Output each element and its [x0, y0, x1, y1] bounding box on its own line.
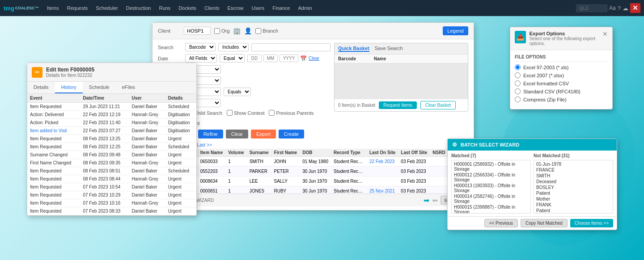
- copy-not-matched-button[interactable]: Copy Not Matched: [521, 219, 568, 227]
- export-radio-4[interactable]: [515, 88, 521, 94]
- nav-escrow[interactable]: Escrow: [225, 4, 246, 12]
- date-field-select[interactable]: All Fields: [185, 54, 217, 63]
- branch-checkbox-label[interactable]: Branch: [255, 28, 278, 34]
- qb-tab-save[interactable]: Save Search: [375, 46, 403, 52]
- row-last-on: [367, 176, 398, 186]
- tab-history[interactable]: History: [55, 82, 83, 93]
- quick-basket-tabs: Quick Basket Save Search: [335, 43, 468, 55]
- history-details: Digitisation: [165, 111, 196, 119]
- export-radio-1[interactable]: [515, 64, 521, 70]
- quick-basket-panel: Quick Basket Save Search Barcode Name 0 …: [334, 43, 468, 138]
- date-mm[interactable]: [263, 55, 278, 62]
- history-details: Scheduled: [165, 143, 196, 151]
- history-row: Item Requested 07 Feb 2023 10:29 Daniel …: [27, 191, 196, 199]
- nav-users[interactable]: Users: [249, 4, 267, 12]
- search-value-input[interactable]: [251, 43, 330, 51]
- show-context-label[interactable]: Show Context: [227, 110, 264, 116]
- nav-finance[interactable]: Finance: [270, 4, 292, 12]
- search-condition-select[interactable]: Includes: [218, 43, 249, 51]
- org-checkbox[interactable]: [214, 28, 220, 34]
- org-checkbox-label[interactable]: Org: [214, 28, 229, 34]
- calendar-icon[interactable]: 📅: [300, 55, 307, 62]
- export-options-window: 📤 Export Options Select one of the follo…: [510, 27, 613, 109]
- request-items-button[interactable]: Request Items: [379, 101, 416, 109]
- export-option-4[interactable]: Standard CSV (RFC4180): [515, 88, 608, 94]
- export-button[interactable]: Export: [251, 130, 276, 138]
- nav-requests[interactable]: Requests: [64, 4, 90, 12]
- date-yyyy[interactable]: [280, 55, 298, 62]
- nav-scheduler[interactable]: Scheduler: [93, 4, 121, 12]
- choose-items-button[interactable]: Choose Items >>: [570, 219, 613, 227]
- previous-parents-checkbox[interactable]: [269, 110, 275, 116]
- export-option-5[interactable]: Compress (Zip File): [515, 96, 608, 102]
- not-matched-item: Patient: [535, 208, 612, 214]
- results-row: H0005023 0008634 1 LEE SALLY 30 Jun 1970…: [158, 176, 468, 186]
- results-col-header: Volume: [225, 149, 246, 157]
- not-matched-item: FRANK: [535, 202, 612, 208]
- create-button[interactable]: Create: [279, 130, 304, 138]
- client-input[interactable]: [184, 27, 211, 35]
- tab-schedule[interactable]: Schedule: [83, 82, 116, 93]
- nav-search-input[interactable]: [576, 4, 607, 12]
- clear-date-link[interactable]: Clear: [309, 56, 319, 61]
- tab-details[interactable]: Details: [27, 82, 55, 93]
- previous-button[interactable]: << Previous: [484, 219, 518, 227]
- qb-col-name: Name: [374, 56, 386, 61]
- history-row: Action: Picked 22 Feb 2023 11:40 Hannah …: [27, 119, 196, 127]
- results-col-header: Record Type: [331, 149, 367, 157]
- nav-destruction[interactable]: Destruction: [123, 4, 154, 12]
- history-datetime: 08 Feb 2023 12:25: [80, 143, 129, 151]
- export-subtitle: Select one of the following export optio…: [530, 36, 602, 46]
- export-option-3[interactable]: Excel formatted CSV: [515, 80, 608, 86]
- history-row: Item Requested 07 Feb 2023 08:33 Daniel …: [27, 207, 196, 215]
- history-scroll-area[interactable]: Event Date/Time User Details Item Reques…: [27, 94, 196, 215]
- clear-button[interactable]: Clear: [226, 130, 248, 138]
- nav-runs[interactable]: Runs: [156, 4, 173, 12]
- export-radio-5[interactable]: [515, 96, 521, 102]
- page-last[interactable]: Last >>: [197, 143, 212, 147]
- cloud-icon[interactable]: ☁: [623, 5, 628, 12]
- row-last-off: 03 Feb 2023: [398, 176, 430, 186]
- history-datetime: 22 Feb 2023 11:40: [80, 119, 129, 127]
- clear-basket-button[interactable]: Clear Basket: [420, 101, 456, 109]
- matched-list[interactable]: H000001 (2586932) - Offsite in StorageH0…: [451, 160, 531, 214]
- date-dd[interactable]: [247, 55, 262, 62]
- nav-clients[interactable]: Clients: [202, 4, 222, 12]
- search-field-label: Search: [158, 45, 182, 50]
- history-row: Item Requested 29 Jun 2023 11:21 Daniel …: [27, 103, 196, 111]
- close-app-icon[interactable]: ✕: [630, 3, 640, 13]
- export-option-2[interactable]: Excel 2007 (*.xlsx): [515, 72, 608, 78]
- search-field-select[interactable]: Barcode: [185, 43, 216, 51]
- branch-checkbox[interactable]: [255, 28, 261, 34]
- qb-tab-basket[interactable]: Quick Basket: [338, 46, 369, 52]
- refine-button[interactable]: Refine: [198, 130, 223, 138]
- tab-efiles[interactable]: eFiles: [116, 82, 141, 93]
- results-section: 1 2 3 4 5 > ... Last >> BarcodeItem Name…: [158, 141, 468, 193]
- row-surname: LEE: [247, 176, 271, 186]
- legend-button[interactable]: Legend: [443, 26, 468, 35]
- nav-items[interactable]: Items: [44, 4, 62, 12]
- export-option-1[interactable]: Excel 97-2003 (*.xls): [515, 64, 608, 70]
- results-row: H0000004 0552203 1 PARKER PETER 30 Jun 1…: [158, 167, 468, 176]
- batch-back-icon: ⬅: [432, 196, 438, 205]
- export-close-button[interactable]: ✕: [602, 31, 608, 37]
- category-condition-select[interactable]: Equals: [224, 88, 251, 96]
- nav-admin[interactable]: Admin: [295, 4, 314, 12]
- history-event: Action: Delivered: [27, 111, 80, 119]
- batch-wizard-icon: ⚙: [452, 142, 457, 148]
- date-condition-select[interactable]: Equal: [220, 54, 245, 63]
- export-radio-3[interactable]: [515, 80, 521, 86]
- show-context-checkbox[interactable]: [227, 110, 233, 116]
- not-matched-list[interactable]: 01-Jun-1978FRANCESMITHDeceasedBOSLEYPati…: [534, 160, 613, 214]
- export-title: Export Options: [530, 31, 602, 36]
- row-last-on: [367, 167, 398, 176]
- results-row: H0000004 0650033 1 SMITH JOHN 01 May 198…: [158, 157, 468, 167]
- results-table-area[interactable]: BarcodeItem NameVolumeSurnameFirst NameD…: [158, 149, 468, 193]
- batch-section: BATCH SELECT WIZARD ➡ ⬅ ⊞ ☰: [158, 193, 468, 206]
- history-user: Hannah Grey: [129, 159, 165, 167]
- help-icon[interactable]: ?: [618, 5, 621, 12]
- nav-dockets[interactable]: Dockets: [176, 4, 199, 12]
- history-datetime: 08 Feb 2023 13:25: [80, 135, 129, 143]
- previous-parents-label[interactable]: Previous Parents: [269, 110, 314, 116]
- export-radio-2[interactable]: [515, 72, 521, 78]
